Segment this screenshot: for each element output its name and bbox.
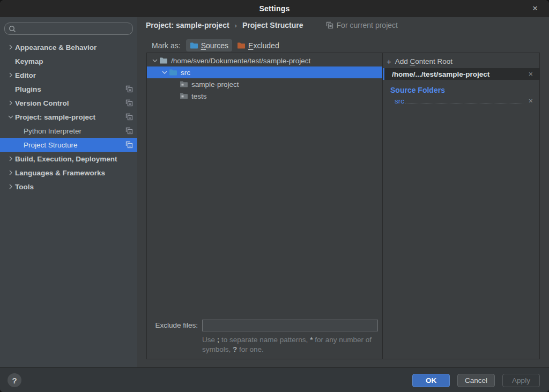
help-button[interactable]: ? (8, 373, 21, 387)
remove-source-folder-icon[interactable]: × (525, 97, 539, 105)
settings-nav: Appearance & Behavior Keymap Editor Plug… (0, 40, 137, 194)
folder-icon (180, 92, 188, 100)
project-structure-panel: /home/sven/Dokumente/test/sample-project… (146, 53, 540, 359)
tree-row-src[interactable]: src (147, 66, 382, 78)
title-bar: Settings × (0, 0, 549, 17)
directory-tree: /home/sven/Dokumente/test/sample-project… (147, 53, 382, 102)
exclude-files-section: Exclude files: Use ; to separate name pa… (147, 320, 378, 354)
search-box[interactable] (4, 23, 133, 35)
per-project-settings-icon (125, 113, 133, 121)
exclude-files-label: Exclude files: (147, 321, 198, 329)
chevron-down-icon[interactable] (6, 115, 15, 119)
mark-as-label: Mark as: (152, 41, 181, 50)
source-folder-entry[interactable]: src × (395, 97, 539, 105)
tree-row-sample-project[interactable]: sample-project (147, 78, 382, 90)
sidebar-item-version-control[interactable]: Version Control (0, 96, 137, 110)
close-icon[interactable]: × (528, 0, 543, 17)
dialog-footer: ? OK Cancel Apply (0, 367, 549, 392)
cancel-button[interactable]: Cancel (457, 374, 495, 387)
ok-button[interactable]: OK (412, 374, 450, 387)
sidebar-item-languages-frameworks[interactable]: Languages & Frameworks (0, 166, 137, 180)
per-project-settings-icon (125, 141, 133, 149)
search-icon (9, 25, 16, 33)
content-root-entry[interactable]: /home/.../test/sample-project × (383, 68, 539, 80)
mark-as-toolbar: Mark as: Sources Excluded (152, 39, 283, 51)
plus-icon: + (387, 57, 391, 66)
chevron-right-icon[interactable] (6, 45, 15, 50)
folder-icon (180, 80, 188, 88)
per-project-settings-icon (125, 85, 133, 93)
chevron-down-icon[interactable] (151, 58, 159, 63)
source-folder-icon (190, 41, 198, 50)
chevron-right-icon[interactable] (6, 72, 15, 78)
per-project-settings-icon (125, 127, 133, 135)
dotted-leader (405, 103, 523, 103)
tree-row-tests[interactable]: tests (147, 90, 382, 102)
source-folder-icon (169, 68, 177, 77)
chevron-down-icon[interactable] (160, 70, 169, 75)
folder-icon (159, 56, 168, 65)
dialog-title: Settings (259, 4, 290, 13)
sidebar-item-build-execution-deployment[interactable]: Build, Execution, Deployment (0, 152, 137, 166)
exclude-files-input[interactable] (202, 320, 378, 331)
source-folders-title: Source Folders (390, 86, 539, 94)
sidebar-item-python-interpreter[interactable]: Python Interpreter (0, 124, 137, 138)
sidebar-item-plugins[interactable]: Plugins (0, 82, 137, 96)
per-project-settings-icon (125, 99, 133, 107)
chevron-right-icon[interactable] (6, 170, 15, 175)
chevron-right-icon[interactable] (6, 100, 15, 106)
selection-strip (383, 68, 384, 80)
mark-as-sources-button[interactable]: Sources (186, 39, 232, 51)
exclude-files-hint: Use ; to separate name patterns, * for a… (202, 335, 384, 354)
sidebar-item-editor[interactable]: Editor (0, 68, 137, 82)
remove-content-root-icon[interactable]: × (525, 70, 539, 78)
sidebar-item-project-structure[interactable]: Project Structure (0, 138, 137, 152)
mark-as-excluded-button[interactable]: Excluded (233, 39, 283, 51)
scope-indicator: For current project (326, 21, 398, 29)
chevron-right-icon[interactable] (6, 156, 15, 161)
sidebar-item-tools[interactable]: Tools (0, 180, 137, 194)
content-root-details-pane: + Add Content Root /home/.../test/sample… (382, 53, 539, 359)
apply-button[interactable]: Apply (502, 374, 540, 387)
excluded-folder-icon (237, 41, 246, 50)
sidebar-item-project-sample-project[interactable]: Project: sample-project (0, 110, 137, 124)
per-project-settings-icon (326, 21, 333, 29)
content-root-path: /home/.../test/sample-project (392, 70, 525, 78)
breadcrumb-separator: › (235, 21, 237, 29)
source-folder-name: src (395, 97, 404, 105)
breadcrumb-project[interactable]: Project: sample-project (146, 21, 229, 29)
add-content-root-button[interactable]: + Add Content Root (383, 54, 539, 68)
chevron-right-icon[interactable] (6, 184, 15, 189)
breadcrumb: Project: sample-project › Project Struct… (146, 21, 398, 29)
search-input[interactable] (19, 25, 129, 33)
content-root-tree-pane: /home/sven/Dokumente/test/sample-project… (147, 53, 382, 359)
settings-content: Project: sample-project › Project Struct… (137, 17, 549, 367)
sidebar-item-appearance-behavior[interactable]: Appearance & Behavior (0, 40, 137, 54)
breadcrumb-page: Project Structure (242, 21, 303, 29)
sidebar-item-keymap[interactable]: Keymap (0, 54, 137, 68)
settings-dialog: Settings × Appearance & Behavior Keymap … (0, 0, 549, 392)
settings-sidebar: Appearance & Behavior Keymap Editor Plug… (0, 17, 137, 367)
tree-row-content-root[interactable]: /home/sven/Dokumente/test/sample-project (147, 55, 382, 66)
